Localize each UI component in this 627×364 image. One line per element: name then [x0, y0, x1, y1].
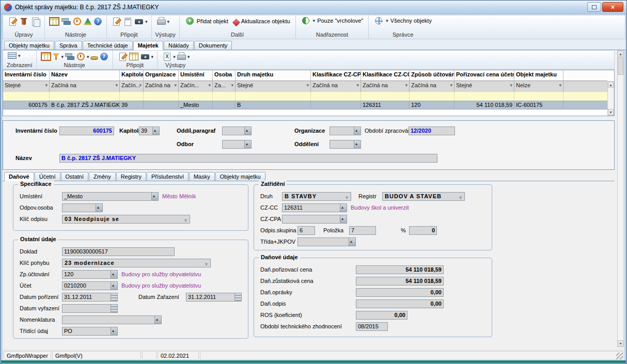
- key-icon[interactable]: [90, 56, 98, 60]
- tab-sprava[interactable]: Správa: [55, 41, 82, 50]
- filter-dropdown[interactable]: Začín...: [179, 81, 213, 92]
- column-header-porizovaci-cena[interactable]: Pořizovací cena účetní: [454, 70, 514, 81]
- chevron-down-icon[interactable]: ▾: [18, 53, 21, 58]
- filter-dropdown[interactable]: Začíná na: [50, 81, 120, 92]
- tab-objekty-majetku[interactable]: Objekty majetku: [4, 41, 54, 50]
- delete-icon[interactable]: [19, 17, 28, 26]
- organizace-lookup-button[interactable]: [354, 126, 361, 135]
- tab-masky[interactable]: Masky: [189, 172, 215, 181]
- tab-objekty-majetku-sub[interactable]: Objekty majetku: [215, 172, 265, 181]
- tab-registry[interactable]: Registry: [116, 172, 146, 181]
- chevron-down-icon[interactable]: ▾: [145, 19, 148, 24]
- oddeleni-field[interactable]: [330, 140, 354, 149]
- filter-input-cell[interactable]: [3, 92, 50, 101]
- filter-dropdown[interactable]: Za...: [213, 81, 236, 92]
- table-icon[interactable]: [50, 18, 59, 25]
- excel-icon[interactable]: [162, 52, 171, 61]
- chevron-down-icon[interactable]: ▾: [167, 19, 170, 24]
- doklad-field[interactable]: 11900030000517: [62, 247, 175, 256]
- umisteni-field[interactable]: _Mesto: [62, 192, 152, 201]
- table-icon[interactable]: [41, 53, 51, 60]
- tab-zmeny[interactable]: Změny: [89, 172, 116, 181]
- copy-icon[interactable]: [30, 17, 40, 26]
- chevron-down-icon[interactable]: ▾: [151, 54, 154, 59]
- oddil-lookup-button[interactable]: [245, 126, 252, 135]
- column-header-cz-cpa[interactable]: Klasifikace CZ-CPA: [311, 70, 361, 81]
- chevron-down-icon[interactable]: ▾: [173, 54, 176, 59]
- only-top-button[interactable]: ▾ Pouze "vrcholove": [300, 17, 365, 24]
- history-icon[interactable]: [72, 17, 82, 26]
- close-button[interactable]: ×: [602, 2, 623, 12]
- trida-jkpov-lookup-button[interactable]: [349, 238, 356, 246]
- filter-dropdown[interactable]: Stejné: [3, 81, 50, 92]
- column-header-cz-cc[interactable]: Klasifikace CZ-CC: [361, 70, 410, 81]
- column-header-kapitola[interactable]: Kapitola: [120, 70, 144, 81]
- edit-icon[interactable]: [8, 17, 17, 26]
- column-header-objekt-majetku[interactable]: Objekt majetku: [514, 70, 563, 81]
- cell-cz-cpa[interactable]: [311, 101, 361, 109]
- filter-dropdown[interactable]: Stejné: [454, 81, 514, 92]
- column-header-organizace[interactable]: Organizace: [144, 70, 179, 81]
- filter-dropdown[interactable]: Stejné: [236, 81, 311, 92]
- cell-organizace[interactable]: [144, 101, 179, 109]
- tab-prislusenstvi[interactable]: Příslušenství: [147, 172, 189, 181]
- percent-field[interactable]: 0: [409, 226, 437, 235]
- tab-dokumenty[interactable]: Dokumenty: [194, 41, 232, 50]
- filter-input-cell[interactable]: [179, 92, 213, 101]
- scroll-up-icon[interactable]: ▲: [618, 51, 623, 57]
- column-header-umisteni[interactable]: Umístění: [179, 70, 213, 81]
- filter-input-cell[interactable]: [50, 92, 120, 101]
- filter-input-cell[interactable]: [311, 92, 361, 101]
- filter-input-cell[interactable]: [410, 92, 454, 101]
- ucet-lookup-button[interactable]: [111, 281, 118, 290]
- filter-dropdown[interactable]: Začíná na: [361, 81, 410, 92]
- layers-icon[interactable]: [65, 52, 74, 61]
- update-object-button[interactable]: Aktualizace objektu: [230, 18, 292, 24]
- history-icon[interactable]: [76, 52, 85, 61]
- camera-icon[interactable]: [134, 17, 144, 26]
- oddil-field[interactable]: [222, 126, 245, 135]
- note-icon[interactable]: [118, 52, 127, 61]
- column-header-druh-majetku[interactable]: Druh majetku: [236, 70, 311, 81]
- datum-vyrazeni-field[interactable]: [62, 304, 111, 313]
- column-header-osoba[interactable]: Osoba: [213, 70, 236, 81]
- chevron-down-icon[interactable]: ▾: [87, 54, 89, 59]
- tridici-udaj-lookup-button[interactable]: [111, 327, 118, 336]
- help-icon[interactable]: ?: [100, 53, 108, 60]
- odpov-osoba-lookup-button[interactable]: [96, 203, 103, 212]
- cz-cpa-lookup-button[interactable]: [340, 215, 347, 224]
- odpov-osoba-field[interactable]: [62, 203, 96, 212]
- odpis-skupina-field[interactable]: 6: [297, 226, 315, 235]
- umisteni-lookup-button[interactable]: [152, 192, 159, 201]
- help-icon[interactable]: ?: [94, 18, 102, 25]
- scroll-up-icon[interactable]: ▲: [608, 82, 614, 88]
- scrollbar-thumb[interactable]: [618, 57, 623, 75]
- filter-input-cell[interactable]: [120, 92, 144, 101]
- datum-porizeni-calendar-button[interactable]: [111, 293, 118, 302]
- filter-dropdown[interactable]: Začíná na: [410, 81, 454, 92]
- kapitola-field[interactable]: 39: [139, 126, 153, 135]
- odbor-field[interactable]: [222, 140, 245, 149]
- klic-odpisu-combo[interactable]: 03 Neodpisuje se: [62, 215, 190, 224]
- tab-technicke-udaje[interactable]: Technické údaje: [83, 41, 133, 50]
- camera-icon[interactable]: [140, 52, 150, 61]
- filter-input-cell[interactable]: [144, 92, 179, 101]
- nomenklatura-field[interactable]: [62, 315, 155, 324]
- datum-porizeni-field[interactable]: 31.12.2011: [62, 293, 111, 302]
- grid-scrollbar[interactable]: ▲ ▼: [607, 81, 614, 116]
- registr-combo[interactable]: BUDOV A STAVEB: [382, 192, 465, 201]
- cz-cc-lookup-button[interactable]: [340, 203, 347, 212]
- printer-icon[interactable]: [177, 52, 186, 61]
- cell-cz-cc[interactable]: 126311: [361, 101, 410, 109]
- klic-pohybu-combo[interactable]: 23 modernizace: [62, 259, 211, 267]
- scroll-down-icon[interactable]: ▼: [618, 340, 623, 346]
- filter-input-cell[interactable]: [361, 92, 410, 101]
- zp-uctovani-lookup-button[interactable]: [111, 270, 118, 279]
- filter-input-cell[interactable]: [213, 92, 236, 101]
- cell-druh-majetku[interactable]: B: [236, 101, 311, 109]
- datum-vyrazeni-calendar-button[interactable]: [111, 304, 118, 313]
- ucet-field[interactable]: 0210200: [62, 281, 111, 290]
- filter-input-cell[interactable]: [514, 92, 563, 101]
- attachment-icon[interactable]: [123, 17, 132, 26]
- cell-osoba[interactable]: [213, 101, 236, 109]
